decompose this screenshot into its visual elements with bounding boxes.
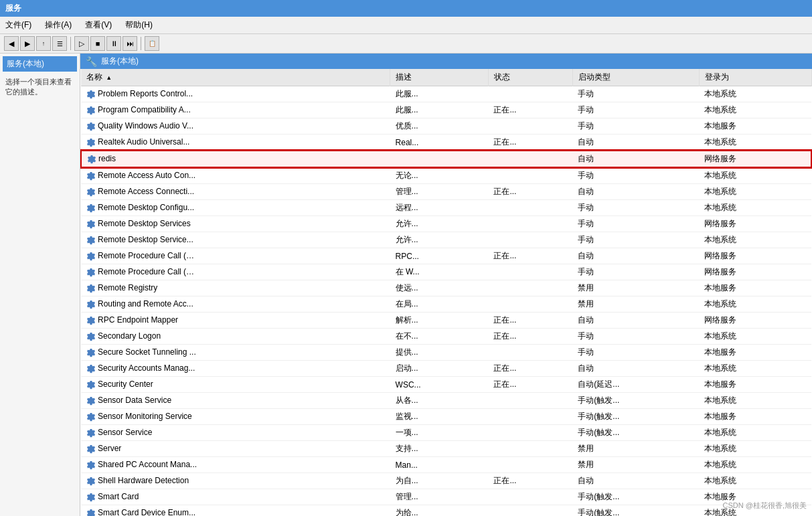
service-login-cell: 本地服务 xyxy=(699,345,811,361)
table-row[interactable]: Security Accounts Manag...启动...正在...自动本地… xyxy=(81,361,811,377)
service-status-cell xyxy=(488,441,572,457)
col-header-name[interactable]: 名称 ▲ xyxy=(81,69,390,86)
gear-icon xyxy=(86,235,98,244)
menu-action[interactable]: 操作(A) xyxy=(42,18,74,32)
service-login-cell: 本地服务 xyxy=(699,280,811,296)
table-row[interactable]: Smart Card管理...手动(触发...本地服务 xyxy=(81,489,811,505)
col-header-login[interactable]: 登录为 xyxy=(699,69,811,86)
table-row[interactable]: Remote Procedure Call (…在 W...手动网络服务 xyxy=(81,264,811,280)
properties-button[interactable]: 📋 xyxy=(145,36,159,51)
gear-icon xyxy=(86,492,98,501)
service-desc-cell: WSC... xyxy=(390,377,489,393)
show-hide-button[interactable]: ☰ xyxy=(52,36,67,51)
service-status-cell xyxy=(488,118,572,135)
table-row[interactable]: Routing and Remote Acc...在局...禁用本地系统 xyxy=(81,296,811,313)
service-startup-cell: 手动 xyxy=(572,329,699,345)
table-row[interactable]: Sensor Monitoring Service监视...手动(触发...本地… xyxy=(81,409,811,425)
table-row[interactable]: Secure Socket Tunneling ...提供...手动本地服务 xyxy=(81,345,811,361)
gear-icon xyxy=(86,121,98,131)
service-status-cell xyxy=(488,425,572,441)
up-button[interactable]: ↑ xyxy=(36,36,51,51)
table-row[interactable]: Quality Windows Audio V...优质...手动本地服务 xyxy=(81,118,811,135)
service-desc-cell: 使远... xyxy=(390,280,489,296)
service-name-text: Secure Socket Tunneling ... xyxy=(98,347,196,357)
table-row[interactable]: Program Compatibility A...此服...正在...手动本地… xyxy=(81,102,811,118)
service-status-cell xyxy=(488,86,572,102)
service-name-text: Secondary Logon xyxy=(98,331,161,341)
service-name-cell: Security Accounts Manag... xyxy=(81,361,390,377)
table-row[interactable]: Sensor Data Service从各...手动(触发...本地系统 xyxy=(81,393,811,409)
table-row[interactable]: Remote Procedure Call (…RPC...正在...自动网络服… xyxy=(81,248,811,264)
gear-icon xyxy=(86,444,98,453)
table-row[interactable]: Realtek Audio Universal...Real...正在...自动… xyxy=(81,135,811,151)
services-table-container[interactable]: 名称 ▲ 描述 状态 启动类型 登录为 Problem Reports Cont… xyxy=(80,69,812,516)
col-header-desc[interactable]: 描述 xyxy=(390,69,489,86)
table-row[interactable]: Problem Reports Control...此服...手动本地系统 xyxy=(81,86,811,102)
service-login-cell: 网络服务 xyxy=(699,216,811,232)
gear-icon xyxy=(86,137,98,147)
restart-button[interactable]: ⏭ xyxy=(123,36,137,51)
table-row[interactable]: Remote Desktop Configu...远程...手动本地系统 xyxy=(81,200,811,216)
pause-button[interactable]: ⏸ xyxy=(106,36,121,51)
table-row[interactable]: Sensor Service一项...手动(触发...本地系统 xyxy=(81,425,811,441)
table-row[interactable]: RPC Endpoint Mapper解析...正在...自动网络服务 xyxy=(81,313,811,329)
service-startup-cell: 手动 xyxy=(572,200,699,216)
service-name-cell: Sensor Data Service xyxy=(81,393,390,409)
col-header-status[interactable]: 状态 xyxy=(488,69,572,86)
content-header: 🔧 服务(本地) xyxy=(80,54,812,69)
service-login-cell: 本地系统 xyxy=(699,361,811,377)
gear-icon xyxy=(86,105,98,114)
table-row[interactable]: Remote Desktop Services允许...手动网络服务 xyxy=(81,216,811,232)
menu-help[interactable]: 帮助(H) xyxy=(123,18,155,32)
table-row[interactable]: Remote Registry使远...禁用本地服务 xyxy=(81,280,811,296)
service-status-cell xyxy=(488,200,572,216)
stop-button[interactable]: ■ xyxy=(90,36,105,51)
gear-icon xyxy=(86,267,98,276)
service-name-cell: Secondary Logon xyxy=(81,329,390,345)
service-startup-cell: 自动 xyxy=(572,135,699,151)
service-desc-cell: 管理... xyxy=(390,184,489,200)
service-status-cell: 正在... xyxy=(488,135,572,151)
service-desc-cell: 在不... xyxy=(390,329,489,345)
service-login-cell: 本地服务 xyxy=(699,377,811,393)
service-name-cell: Secure Socket Tunneling ... xyxy=(81,345,390,361)
play-button[interactable]: ▷ xyxy=(74,36,89,51)
service-status-cell xyxy=(488,345,572,361)
table-row[interactable]: Remote Access Connecti...管理...正在...自动本地系… xyxy=(81,184,811,200)
menu-view[interactable]: 查看(V) xyxy=(82,18,114,32)
service-status-cell: 正在... xyxy=(488,377,572,393)
service-name-cell: Remote Desktop Service... xyxy=(81,232,390,248)
service-name-cell: redis xyxy=(81,151,390,167)
menu-file[interactable]: 文件(F) xyxy=(3,18,34,32)
table-row[interactable]: Shell Hardware Detection为自...正在...自动本地系统 xyxy=(81,473,811,489)
service-login-cell: 本地服务 xyxy=(699,118,811,135)
back-button[interactable]: ◀ xyxy=(4,36,19,51)
service-status-cell: 正在... xyxy=(488,102,572,118)
table-row[interactable]: Remote Desktop Service...允许...手动本地系统 xyxy=(81,232,811,248)
table-row[interactable]: Shared PC Account Mana...Man...禁用本地系统 xyxy=(81,457,811,473)
service-startup-cell: 禁用 xyxy=(572,441,699,457)
service-name-cell: Sensor Monitoring Service xyxy=(81,409,390,425)
gear-icon xyxy=(86,187,98,196)
forward-button[interactable]: ▶ xyxy=(20,36,35,51)
service-name-cell: Realtek Audio Universal... xyxy=(81,135,390,151)
table-row[interactable]: Secondary Logon在不...正在...手动本地系统 xyxy=(81,329,811,345)
service-status-cell xyxy=(488,264,572,280)
table-row[interactable]: redis自动网络服务 xyxy=(81,151,811,167)
col-header-startup[interactable]: 启动类型 xyxy=(572,69,699,86)
service-login-cell: 本地系统 xyxy=(699,457,811,473)
table-row[interactable]: Server支持...禁用本地系统 xyxy=(81,441,811,457)
sidebar-title: 服务(本地) xyxy=(3,56,77,72)
table-row[interactable]: Smart Card Device Enum...为给...手动(触发...本地… xyxy=(81,505,811,517)
watermark: CSDN @桂花很香,旭很美 xyxy=(723,501,807,511)
toolbar-separator2 xyxy=(141,37,141,50)
service-login-cell: 网络服务 xyxy=(699,248,811,264)
service-name-text: Security Center xyxy=(98,379,153,389)
service-desc-cell: RPC... xyxy=(390,248,489,264)
gear-icon xyxy=(86,89,98,98)
service-desc-cell: 此服... xyxy=(390,102,489,118)
table-row[interactable]: Security CenterWSC...正在...自动(延迟...本地服务 xyxy=(81,377,811,393)
service-login-cell: 本地系统 xyxy=(699,135,811,151)
service-name-text: Realtek Audio Universal... xyxy=(98,137,189,147)
table-row[interactable]: Remote Access Auto Con...无论...手动本地系统 xyxy=(81,167,811,184)
